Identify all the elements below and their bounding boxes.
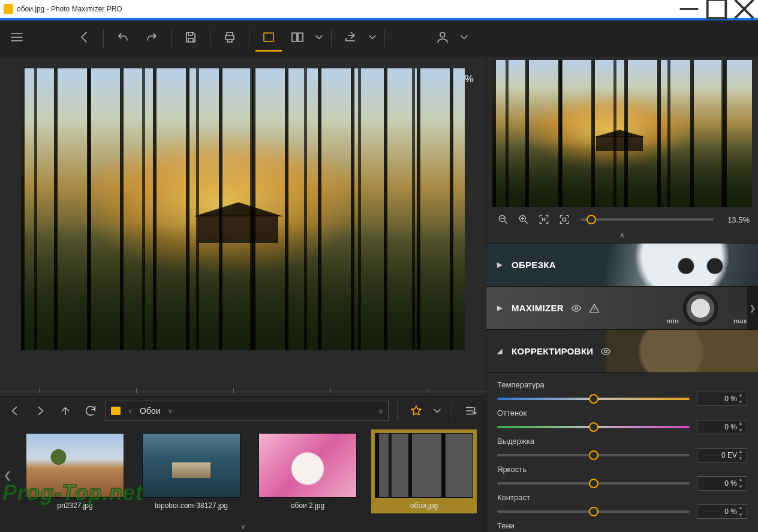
preview-collapse-button[interactable]: ∧ bbox=[486, 230, 758, 243]
titlebar: обои.jpg - Photo Maximizer PRO bbox=[0, 0, 758, 18]
thumbnail-item[interactable]: обои.jpg bbox=[371, 429, 477, 513]
slider-knob[interactable] bbox=[589, 479, 598, 488]
path-breadcrumb[interactable]: ∨ Обои ∨ ∨ bbox=[106, 401, 389, 421]
slider-row: Яркость0 %▲▼ bbox=[497, 465, 747, 491]
share-button[interactable] bbox=[338, 25, 364, 52]
thumbnail-item[interactable]: pri2327.jpg bbox=[22, 429, 128, 513]
window-maximize-button[interactable] bbox=[703, 0, 730, 18]
adjustment-sliders: Температура0 %▲▼Оттенок0 %▲▼Выдержка0 EV… bbox=[486, 373, 758, 532]
slider-knob[interactable] bbox=[589, 507, 598, 516]
nav-refresh-button[interactable] bbox=[80, 401, 101, 421]
visibility-icon[interactable] bbox=[571, 303, 582, 314]
slider-value-input[interactable]: 0 %▲▼ bbox=[697, 504, 747, 519]
slider-label: Контраст bbox=[497, 493, 747, 502]
window-title: обои.jpg - Photo Maximizer PRO bbox=[17, 5, 675, 13]
window-close-button[interactable] bbox=[730, 0, 758, 18]
side-panel: 13.5% ∧ ▶ ОБРЕЗКА ▶ MAXIMIZER min max ❯ … bbox=[486, 56, 758, 532]
accordion-adj-label: КОРРЕКТИРОВКИ bbox=[512, 346, 593, 356]
svg-rect-2 bbox=[292, 33, 297, 41]
nav-up-button[interactable] bbox=[55, 401, 76, 421]
redo-button[interactable] bbox=[139, 25, 165, 52]
slider-knob[interactable] bbox=[589, 394, 598, 404]
favorite-button[interactable] bbox=[406, 401, 426, 421]
warning-icon bbox=[589, 303, 600, 314]
accordion-crop[interactable]: ▶ ОБРЕЗКА bbox=[486, 244, 758, 287]
hamburger-menu-button[interactable] bbox=[4, 25, 30, 52]
thumbnail-image bbox=[142, 433, 240, 498]
undo-button[interactable] bbox=[110, 25, 136, 52]
slider-knob[interactable] bbox=[589, 450, 598, 460]
thumbnail-image bbox=[258, 433, 357, 498]
zoom-in-icon[interactable] bbox=[515, 212, 532, 227]
view-dropdown-button[interactable] bbox=[313, 25, 325, 52]
preview-zoom-value: 13.5% bbox=[722, 215, 750, 224]
thumb-prev-button[interactable]: ❮ bbox=[4, 440, 11, 512]
slider-track[interactable] bbox=[497, 454, 690, 456]
revert-button[interactable] bbox=[71, 25, 97, 52]
spinner-icon[interactable]: ▲▼ bbox=[738, 421, 745, 433]
slider-track[interactable] bbox=[497, 510, 690, 513]
browser-toolbar: ∨ Обои ∨ ∨ bbox=[0, 397, 486, 425]
expand-icon: ▶ bbox=[497, 261, 504, 269]
save-button[interactable] bbox=[178, 25, 204, 52]
single-view-button[interactable] bbox=[255, 25, 282, 52]
slider-label: Выдержка bbox=[497, 437, 747, 446]
canvas-image-content bbox=[198, 215, 278, 243]
accordion-crop-label: ОБРЕЗКА bbox=[512, 260, 556, 270]
dial-graphic bbox=[685, 293, 716, 324]
spinner-icon[interactable]: ▲▼ bbox=[738, 506, 745, 518]
svg-rect-3 bbox=[298, 33, 303, 41]
nav-forward-button[interactable] bbox=[30, 401, 50, 421]
zoom-out-icon[interactable] bbox=[495, 212, 512, 227]
slider-label: Яркость bbox=[497, 465, 747, 474]
slider-track[interactable] bbox=[497, 398, 690, 400]
slider-track[interactable] bbox=[497, 482, 690, 485]
window-minimize-button[interactable] bbox=[675, 0, 703, 18]
slider-value-input[interactable]: 0 %▲▼ bbox=[697, 420, 747, 434]
chevron-icon: ∨ bbox=[168, 407, 173, 415]
browser-collapse-button[interactable]: ∨ bbox=[0, 521, 486, 532]
accordion-maximizer[interactable]: ▶ MAXIMIZER min max ❯ bbox=[486, 287, 758, 330]
panel-expand-button[interactable]: ❯ bbox=[747, 287, 758, 329]
spinner-icon[interactable]: ▲▼ bbox=[738, 393, 745, 405]
slider-row: Выдержка0 EV▲▼ bbox=[497, 437, 747, 462]
slider-row: Тени bbox=[497, 521, 747, 530]
slider-track[interactable] bbox=[497, 426, 690, 428]
svg-point-8 bbox=[575, 306, 578, 309]
ruler bbox=[0, 388, 486, 396]
preview-zoom-slider[interactable] bbox=[581, 218, 714, 221]
slider-knob[interactable] bbox=[589, 422, 598, 432]
print-button[interactable] bbox=[216, 25, 243, 52]
spinner-icon[interactable]: ▲▼ bbox=[738, 449, 745, 461]
preview-thumbnail[interactable] bbox=[492, 60, 752, 207]
slider-row: Контраст0 %▲▼ bbox=[497, 493, 747, 519]
max-label: max bbox=[733, 317, 747, 324]
separator bbox=[249, 29, 249, 47]
folder-icon bbox=[111, 407, 121, 415]
share-dropdown-button[interactable] bbox=[366, 25, 378, 52]
zoom-fit-icon[interactable] bbox=[556, 212, 573, 227]
compare-view-button[interactable] bbox=[284, 25, 311, 52]
svg-rect-7 bbox=[563, 218, 566, 221]
sort-filter-button[interactable] bbox=[461, 401, 481, 421]
spinner-icon[interactable]: ▲▼ bbox=[738, 477, 745, 489]
visibility-icon[interactable] bbox=[600, 346, 611, 357]
account-dropdown-button[interactable] bbox=[458, 25, 470, 52]
thumbnail-item[interactable]: topoboi.com-38127.jpg bbox=[139, 429, 244, 513]
account-button[interactable] bbox=[429, 25, 456, 52]
nav-back-button[interactable] bbox=[5, 401, 25, 421]
slider-value-input[interactable]: 0 %▲▼ bbox=[697, 476, 747, 491]
expand-icon: ▶ bbox=[497, 304, 504, 312]
thumbnail-item[interactable]: обои 2.jpg bbox=[255, 429, 360, 513]
thumbnail-filename: topoboi.com-38127.jpg bbox=[142, 501, 240, 510]
main-canvas[interactable] bbox=[21, 68, 465, 350]
zoom-11-icon[interactable] bbox=[536, 212, 552, 227]
accordion-adjustments[interactable]: ◢ КОРРЕКТИРОВКИ bbox=[486, 330, 758, 373]
favorite-dropdown-button[interactable] bbox=[431, 401, 443, 421]
path-dropdown-icon[interactable]: ∨ bbox=[378, 407, 383, 415]
thumbnail-image bbox=[375, 433, 473, 498]
svg-rect-0 bbox=[708, 0, 726, 18]
app-icon bbox=[4, 4, 13, 14]
slider-value-input[interactable]: 0 %▲▼ bbox=[697, 392, 747, 406]
slider-value-input[interactable]: 0 EV▲▼ bbox=[697, 448, 747, 462]
